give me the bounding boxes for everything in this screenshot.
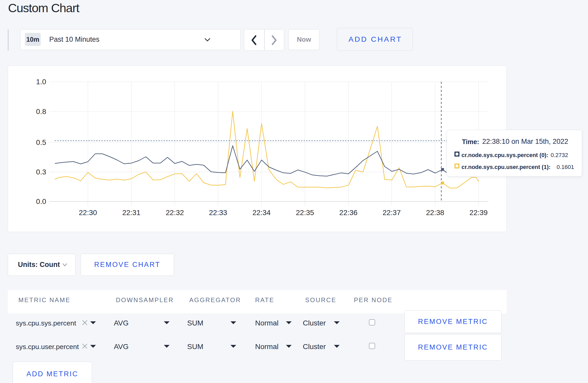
svg-text:1.0: 1.0 <box>36 78 46 86</box>
svg-text:22:30: 22:30 <box>79 209 97 217</box>
svg-text:22:31: 22:31 <box>122 209 141 217</box>
svg-text:22:36: 22:36 <box>339 209 358 217</box>
svg-text:22:34: 22:34 <box>253 209 271 217</box>
svg-text:22:35: 22:35 <box>296 209 314 217</box>
svg-text:22:32: 22:32 <box>166 209 184 217</box>
svg-text:22:33: 22:33 <box>209 209 227 217</box>
svg-text:0.3: 0.3 <box>36 168 46 176</box>
svg-text:0.5: 0.5 <box>36 138 46 146</box>
svg-text:22:39: 22:39 <box>470 209 488 217</box>
svg-text:22:37: 22:37 <box>383 209 401 217</box>
svg-text:0.0: 0.0 <box>36 197 46 205</box>
svg-text:0.8: 0.8 <box>36 108 46 116</box>
svg-text:22:38: 22:38 <box>426 209 444 217</box>
